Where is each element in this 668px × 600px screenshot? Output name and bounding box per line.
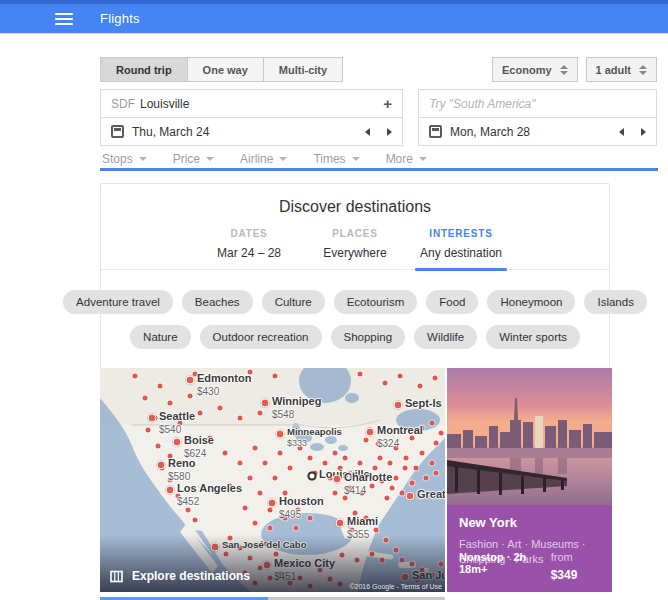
return-next-day-button[interactable] — [641, 128, 646, 136]
minor-pin[interactable] — [186, 508, 191, 513]
minor-pin[interactable] — [198, 411, 203, 416]
minor-pin[interactable] — [143, 396, 148, 401]
minor-pin[interactable] — [294, 526, 299, 531]
interest-chip-nature[interactable]: Nature — [130, 325, 191, 349]
depart-date-input[interactable]: Thu, March 24 — [100, 117, 403, 146]
price-pin-icon[interactable] — [157, 461, 166, 470]
minor-pin[interactable] — [253, 446, 258, 451]
minor-pin[interactable] — [378, 456, 383, 461]
discover-tab-interests[interactable]: INTERESTSAny destination — [408, 228, 514, 269]
filter-times[interactable]: Times — [313, 152, 359, 166]
minor-pin[interactable] — [278, 451, 283, 456]
minor-pin[interactable] — [273, 476, 278, 481]
minor-pin[interactable] — [243, 506, 248, 511]
minor-pin[interactable] — [308, 456, 313, 461]
price-pin-icon[interactable] — [166, 486, 175, 495]
price-pin-icon[interactable] — [276, 430, 285, 439]
minor-pin[interactable] — [158, 384, 163, 389]
price-pin-icon[interactable] — [148, 414, 157, 423]
minor-pin[interactable] — [238, 461, 243, 466]
filter-price[interactable]: Price — [173, 152, 214, 166]
interest-chip-adventure-travel[interactable]: Adventure travel — [63, 290, 173, 314]
minor-pin[interactable] — [273, 374, 278, 379]
minor-pin[interactable] — [430, 461, 435, 466]
price-pin-icon[interactable] — [333, 475, 342, 484]
interest-chip-outdoor-recreation[interactable]: Outdoor recreation — [200, 325, 322, 349]
minor-pin[interactable] — [414, 466, 419, 471]
interest-chip-islands[interactable]: Islands — [584, 290, 646, 314]
menu-icon[interactable] — [55, 13, 73, 25]
trip-type-round-trip[interactable]: Round trip — [100, 57, 188, 82]
interest-chip-winter-sports[interactable]: Winter sports — [486, 325, 580, 349]
minor-pin[interactable] — [358, 372, 363, 377]
price-pin-icon[interactable] — [173, 438, 182, 447]
minor-pin[interactable] — [268, 508, 273, 513]
minor-pin[interactable] — [418, 384, 423, 389]
minor-pin[interactable] — [343, 496, 348, 501]
interest-chip-beaches[interactable]: Beaches — [182, 290, 253, 314]
minor-pin[interactable] — [156, 444, 161, 449]
minor-pin[interactable] — [364, 438, 369, 443]
trip-type-one-way[interactable]: One way — [187, 57, 264, 82]
minor-pin[interactable] — [193, 518, 198, 523]
minor-pin[interactable] — [358, 461, 363, 466]
minor-pin[interactable] — [253, 521, 258, 526]
minor-pin[interactable] — [410, 481, 415, 486]
trip-type-multi-city[interactable]: Multi-city — [263, 57, 343, 82]
cabin-class-select[interactable]: Economy — [492, 57, 578, 82]
interest-chip-food[interactable]: Food — [426, 290, 478, 314]
minor-pin[interactable] — [146, 428, 151, 433]
explore-destinations-button[interactable]: Explore destinations — [110, 569, 250, 583]
minor-pin[interactable] — [388, 461, 393, 466]
minor-pin[interactable] — [433, 376, 438, 381]
depart-next-day-button[interactable] — [387, 128, 392, 136]
return-date-input[interactable]: Mon, March 28 — [418, 117, 657, 146]
price-pin-icon[interactable] — [336, 519, 345, 528]
map-attribution[interactable]: ©2016 Google - Terms of Use — [349, 583, 442, 590]
return-prev-day-button[interactable] — [619, 128, 624, 136]
interest-chip-culture[interactable]: Culture — [262, 290, 325, 314]
minor-pin[interactable] — [333, 451, 338, 456]
origin-pin-icon[interactable] — [308, 472, 317, 481]
minor-pin[interactable] — [133, 374, 138, 379]
minor-pin[interactable] — [218, 406, 223, 411]
passengers-select[interactable]: 1 adult — [586, 57, 657, 82]
filter-stops[interactable]: Stops — [102, 152, 147, 166]
minor-pin[interactable] — [385, 496, 390, 501]
destination-card-new-york[interactable]: New York Fashion · Art · Museums · Shopp… — [447, 368, 612, 592]
minor-pin[interactable] — [390, 486, 395, 491]
minor-pin[interactable] — [434, 441, 439, 446]
minor-pin[interactable] — [439, 431, 444, 436]
minor-pin[interactable] — [374, 528, 379, 533]
minor-pin[interactable] — [223, 451, 228, 456]
price-pin-icon[interactable] — [268, 499, 277, 508]
destinations-map[interactable]: Edmonton$430Winnipeg$548Sept-IsSeattle$5… — [100, 368, 445, 592]
minor-pin[interactable] — [258, 411, 263, 416]
minor-pin[interactable] — [188, 394, 193, 399]
destination-input[interactable]: Try "South America" — [418, 89, 657, 118]
minor-pin[interactable] — [258, 491, 263, 496]
minor-pin[interactable] — [333, 491, 338, 496]
filter-airline[interactable]: Airline — [240, 152, 287, 166]
minor-pin[interactable] — [238, 416, 243, 421]
minor-pin[interactable] — [370, 484, 375, 489]
depart-prev-day-button[interactable] — [365, 128, 370, 136]
minor-pin[interactable] — [400, 491, 405, 496]
interest-chip-ecotourism[interactable]: Ecotourism — [334, 290, 418, 314]
price-pin-icon[interactable] — [406, 492, 415, 501]
price-pin-icon[interactable] — [394, 401, 403, 410]
filter-more[interactable]: More — [386, 152, 427, 166]
minor-pin[interactable] — [420, 451, 425, 456]
discover-tab-places[interactable]: PLACESEverywhere — [302, 228, 408, 269]
minor-pin[interactable] — [394, 476, 399, 481]
price-pin-icon[interactable] — [366, 428, 375, 437]
minor-pin[interactable] — [343, 456, 348, 461]
minor-pin[interactable] — [424, 476, 429, 481]
price-pin-icon[interactable] — [261, 399, 270, 408]
minor-pin[interactable] — [323, 461, 328, 466]
minor-pin[interactable] — [410, 436, 415, 441]
minor-pin[interactable] — [404, 456, 409, 461]
minor-pin[interactable] — [403, 466, 408, 471]
minor-pin[interactable] — [263, 461, 268, 466]
minor-pin[interactable] — [308, 516, 313, 521]
